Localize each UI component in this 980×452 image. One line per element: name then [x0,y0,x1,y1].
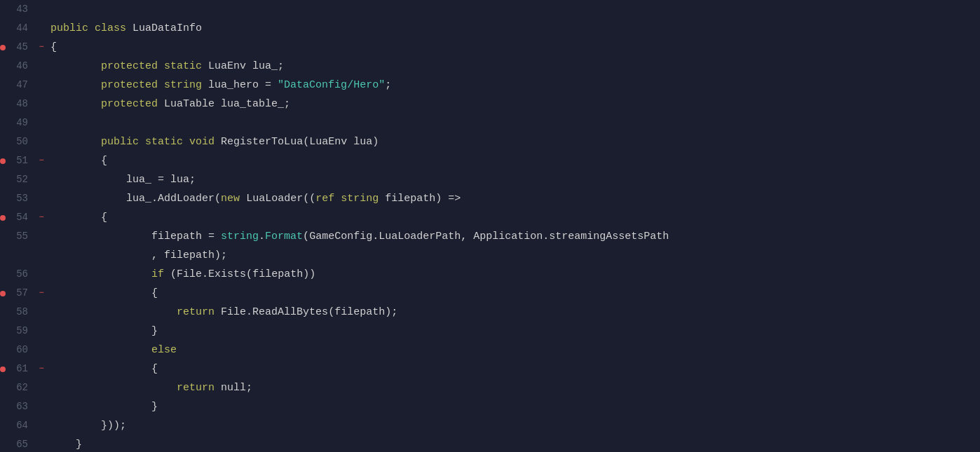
brace-open-51: { [101,155,107,167]
var-luatable-48: lua_table_; [221,98,290,110]
line-number-64: 64 [0,416,36,435]
line-number-60: 60 [0,341,36,359]
code-content-60: else [46,341,980,359]
line-number-52: 52 [0,170,36,189]
type-luatable-48: LuaTable [164,98,215,110]
code-line-55b: , filepath); [0,246,980,265]
kw-return-58: return [177,306,215,318]
collapse-icon-45: − [39,38,43,57]
code-content-64: })); [46,416,980,435]
method-readallbytes-58: ReadAllBytes [252,306,328,318]
code-content-48: protected LuaTable lua_table_; [46,95,980,114]
code-content-52: lua_ = lua; [46,170,980,189]
line-number-58: 58 [0,303,36,322]
type-lualoadder-53: LuaLoader [246,193,303,205]
code-content-47: protected string lua_hero = "DataConfig/… [46,76,980,95]
collapse-icon-54: − [39,208,43,227]
line-number-61: 61 [0,359,36,378]
brace-close-59: } [151,325,158,337]
code-content-65: } [46,435,980,452]
code-line-44: 44 public class LuaDataInfo [0,19,980,38]
code-line-59: 59 } [0,322,980,341]
code-content-55: filepath = string.Format(GameConfig.LuaL… [46,227,980,246]
gutter-54[interactable]: − [36,208,46,227]
null-62: null [221,382,246,394]
code-content-61: { [46,359,980,378]
kw-return-62: return [177,382,215,394]
code-line-65: 65 } [0,435,980,452]
keyword-class: class [95,22,126,34]
brace-open-54: { [101,212,107,224]
kw-protected-48: protected [101,98,158,110]
brace-open-45: { [50,41,57,53]
collapse-icon-51: − [39,151,43,170]
kw-void-50: void [189,136,215,148]
code-line-46: 46 protected static LuaEnv lua_; [0,57,980,76]
line-number-48: 48 [0,95,36,114]
line-number-46: 46 [0,57,36,76]
code-content-53: lua_.AddLoader(new LuaLoader((ref string… [46,189,980,208]
var-lua-52: lua_ [126,174,151,186]
line-number-50: 50 [0,132,36,151]
var-filepath-53: filepath [385,193,435,205]
brace-close-63: } [151,401,158,413]
keyword-public: public [50,22,88,34]
line-number-49: 49 [0,114,36,132]
gutter-61[interactable]: − [36,359,46,378]
kw-if-56: if [151,268,164,280]
method-exists-56: Exists [208,268,246,280]
param-lua-50: lua [353,136,372,148]
file-58: File [221,306,246,318]
code-line-64: 64 })); [0,416,980,435]
code-content-44: public class LuaDataInfo [46,19,980,38]
brace-open-57: { [151,287,158,299]
code-content-55b: , filepath); [46,246,980,265]
line-number-47: 47 [0,76,36,95]
string-dataconfig-47: "DataConfig/Hero" [278,79,385,91]
code-content-59: } [46,322,980,341]
line-number-56: 56 [0,265,36,284]
file-56: File [177,268,202,280]
method-addloader-53: AddLoader [158,193,215,205]
line-number-57: 57 [0,284,36,303]
kw-new-53: new [221,193,240,205]
code-content-45: { [46,38,980,57]
brace-open-61: { [151,363,158,375]
streamingassets-55: streamingAssetsPath [549,231,669,242]
var-lua-53: lua_ [126,193,151,205]
gutter-45[interactable]: − [36,38,46,57]
gutter-57[interactable]: − [36,284,46,303]
kw-string-53: string [341,193,379,205]
kw-static-46: static [164,60,202,72]
kw-protected-47: protected [101,79,158,91]
var-luahero-47: lua_hero [208,79,259,91]
gutter-51[interactable]: − [36,151,46,170]
code-line-53: 53 lua_.AddLoader(new LuaLoader((ref str… [0,189,980,208]
code-content-62: return null; [46,378,980,397]
format-method-55: string [221,231,259,242]
type-luaenv-46: LuaEnv [208,60,246,72]
code-content-46: protected static LuaEnv lua_; [46,57,980,76]
line-number-53: 53 [0,189,36,208]
line-number-65: 65 [0,435,36,452]
kw-else-60: else [151,344,177,356]
code-line-63: 63 } [0,397,980,416]
line-number-54: 54 [0,208,36,227]
code-line-58: 58 return File.ReadAllBytes(filepath); [0,303,980,322]
var-lua-46: lua_; [252,60,284,72]
code-editor: 43 44 public class LuaDataInfo 45 − { 46… [0,0,980,452]
code-content-57: { [46,284,980,303]
type-luaenv-50: LuaEnv [309,136,347,148]
line-number-63: 63 [0,397,36,416]
gameconfig-55: GameConfig [309,231,372,242]
code-line-43: 43 [0,0,980,19]
code-line-51: 51 − { [0,151,980,170]
kw-protected-46: protected [101,60,158,72]
class-name-luadatainfo: LuaDataInfo [132,22,202,34]
code-line-54: 54 − { [0,208,980,227]
code-line-62: 62 return null; [0,378,980,397]
line-number-43: 43 [0,0,36,19]
code-line-47: 47 protected string lua_hero = "DataConf… [0,76,980,95]
kw-public-50: public [101,136,139,148]
code-line-52: 52 lua_ = lua; [0,170,980,189]
